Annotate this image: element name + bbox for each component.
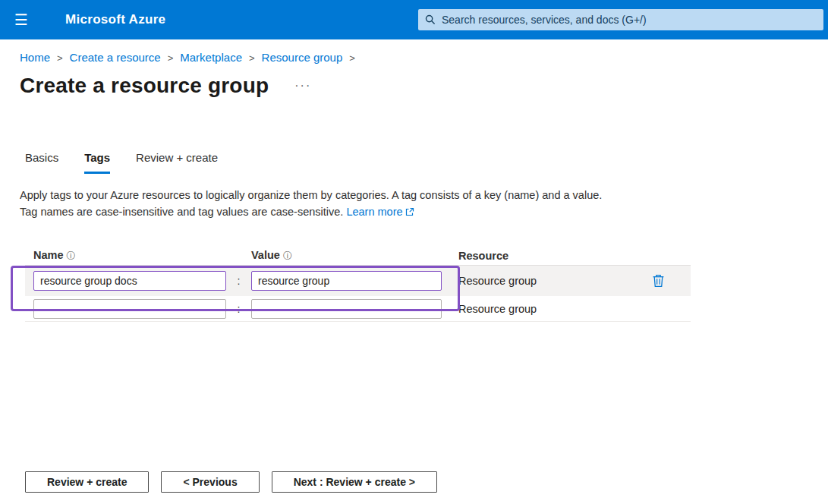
column-header-value: Valueⓘ <box>251 249 442 263</box>
wizard-tabs: Basics Tags Review + create <box>25 151 828 174</box>
previous-button[interactable]: < Previous <box>161 471 259 493</box>
breadcrumb-separator: > <box>349 52 355 64</box>
breadcrumb-separator: > <box>57 52 63 64</box>
table-row: : Resource group <box>25 296 691 322</box>
colon-separator: : <box>226 303 251 315</box>
table-row: : Resource group <box>25 266 691 296</box>
description-line1: Apply tags to your Azure resources to lo… <box>20 187 703 203</box>
tab-review-create[interactable]: Review + create <box>136 151 218 174</box>
tag-name-input[interactable] <box>33 299 226 319</box>
next-button[interactable]: Next : Review + create > <box>272 471 437 493</box>
external-link-icon <box>405 207 414 216</box>
breadcrumb-marketplace[interactable]: Marketplace <box>180 51 242 64</box>
wizard-footer: Review + create < Previous Next : Review… <box>25 471 437 493</box>
global-search[interactable] <box>418 9 823 30</box>
page-title: Create a resource group <box>20 74 269 98</box>
breadcrumb: Home>Create a resource>Marketplace>Resou… <box>20 51 828 64</box>
breadcrumb-separator: > <box>168 52 174 64</box>
search-icon <box>425 14 436 25</box>
tags-table: Nameⓘ Valueⓘ Resource : Resource group <box>25 246 691 322</box>
column-header-name: Nameⓘ <box>33 249 226 263</box>
more-options-icon[interactable]: ··· <box>294 79 311 93</box>
resource-label: Resource group <box>458 303 610 315</box>
breadcrumb-separator: > <box>249 52 255 64</box>
search-input[interactable] <box>442 14 817 26</box>
trash-icon <box>652 274 665 288</box>
tags-table-header: Nameⓘ Valueⓘ Resource <box>25 246 691 266</box>
colon-separator: : <box>226 275 251 287</box>
tags-description: Apply tags to your Azure resources to lo… <box>20 187 703 220</box>
delete-tag-button[interactable] <box>652 274 665 288</box>
learn-more-link[interactable]: Learn more <box>346 206 402 218</box>
app-title: Microsoft Azure <box>65 12 165 27</box>
azure-top-bar: ☰ Microsoft Azure <box>0 0 828 39</box>
menu-icon[interactable]: ☰ <box>0 0 43 39</box>
tag-value-input[interactable] <box>251 299 442 319</box>
tag-value-input[interactable] <box>251 271 442 291</box>
name-info-icon[interactable]: ⓘ <box>67 250 76 261</box>
breadcrumb-home[interactable]: Home <box>20 51 50 64</box>
value-info-icon[interactable]: ⓘ <box>283 250 292 261</box>
column-header-resource: Resource <box>458 250 610 262</box>
breadcrumb-create-a-resource[interactable]: Create a resource <box>70 51 161 64</box>
review-create-button[interactable]: Review + create <box>25 471 149 493</box>
tab-basics[interactable]: Basics <box>25 151 58 174</box>
tag-name-input[interactable] <box>33 271 226 291</box>
breadcrumb-resource-group[interactable]: Resource group <box>262 51 343 64</box>
tab-tags[interactable]: Tags <box>84 151 110 174</box>
resource-label: Resource group <box>458 275 610 287</box>
description-line2: Tag names are case-insensitive and tag v… <box>20 206 343 218</box>
